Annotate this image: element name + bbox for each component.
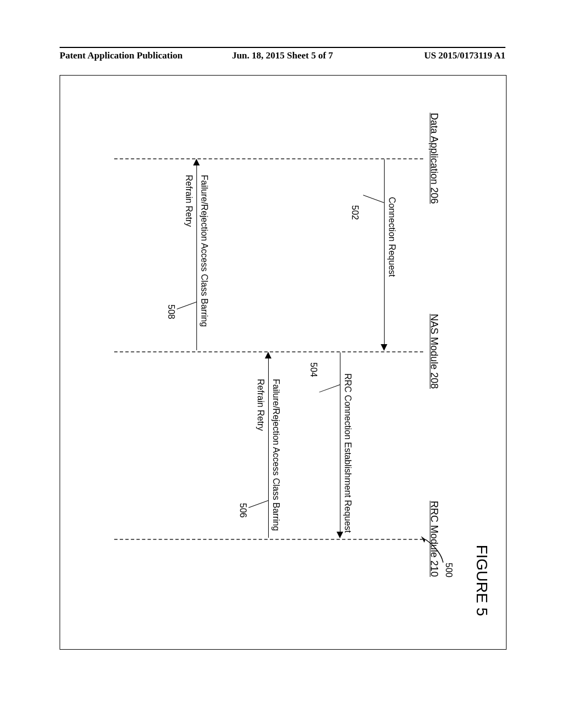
msg-sub-506: Refrain Retry	[255, 379, 265, 431]
ref-502: 502	[350, 205, 360, 220]
figure-frame: FIGURE 5 500 Data Application 206 NAS Mo…	[60, 75, 507, 650]
lane-head-nas: NAS Module 208	[428, 307, 440, 395]
figure-title: FIGURE 5	[473, 545, 491, 616]
msg-label-502: Connection Request	[387, 197, 397, 277]
header-left: Patent Application Publication	[60, 50, 183, 61]
msg-sub-508: Refrain Retry	[184, 175, 194, 227]
msg-label-506: Failure/Rejection Access Class Barring	[271, 379, 281, 531]
msg-label-504: RRC Connection Establishment Request	[343, 373, 353, 533]
leader-502	[363, 195, 384, 203]
page-header: Patent Application Publication Jun. 18, …	[60, 47, 505, 50]
lane-head-data-app: Data Application 206	[428, 109, 440, 208]
msg-arrow-506	[268, 352, 269, 538]
figure-ref-500: 500	[444, 563, 454, 577]
leader-504	[319, 384, 340, 393]
leader-506	[248, 500, 268, 508]
msg-arrow-504	[340, 352, 340, 538]
lifeline-data-app	[114, 158, 423, 159]
lifeline-rrc	[114, 539, 423, 540]
msg-arrow-502	[384, 159, 385, 350]
lane-head-rrc: RRC Module 210	[428, 495, 440, 583]
msg-label-508: Failure/Rejection Access Class Barring	[199, 175, 209, 327]
header-center: Jun. 18, 2015 Sheet 5 of 7	[232, 50, 333, 61]
sequence-diagram: FIGURE 5 500 Data Application 206 NAS Mo…	[60, 76, 506, 649]
ref-506: 506	[238, 503, 248, 518]
leader-508	[177, 302, 196, 309]
msg-arrow-508	[196, 159, 197, 350]
ref-504: 504	[308, 362, 318, 377]
header-right: US 2015/0173119 A1	[424, 50, 505, 61]
ref-508: 508	[166, 304, 176, 319]
